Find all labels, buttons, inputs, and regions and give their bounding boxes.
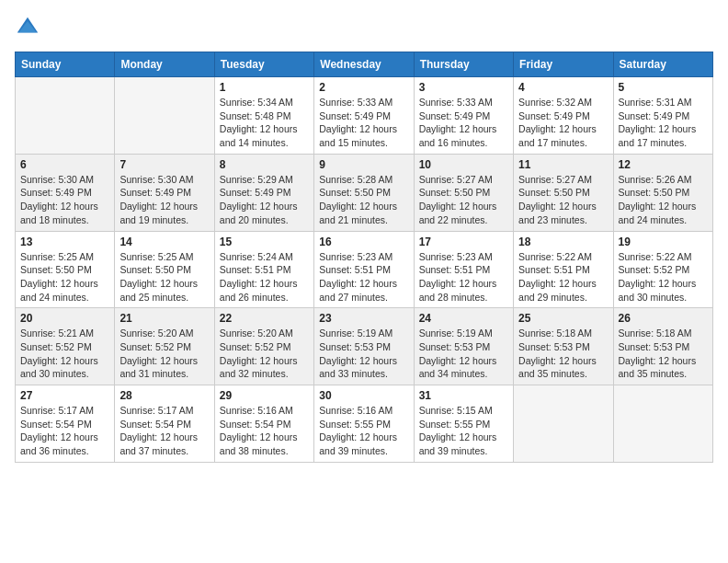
day-number: 11	[518, 158, 608, 171]
day-number: 28	[119, 389, 209, 402]
day-number: 27	[20, 389, 109, 402]
calendar-cell: 30Sunrise: 5:16 AM Sunset: 5:55 PM Dayli…	[314, 385, 414, 463]
calendar-cell: 10Sunrise: 5:27 AM Sunset: 5:50 PM Dayli…	[414, 154, 513, 231]
calendar-cell: 14Sunrise: 5:25 AM Sunset: 5:50 PM Dayli…	[115, 231, 214, 308]
calendar-cell: 20Sunrise: 5:21 AM Sunset: 5:52 PM Dayli…	[16, 308, 115, 385]
day-number: 20	[20, 312, 109, 325]
column-header-wednesday: Wednesday	[314, 52, 414, 77]
column-header-saturday: Saturday	[613, 52, 712, 77]
day-info: Sunrise: 5:21 AM Sunset: 5:52 PM Dayligh…	[20, 327, 109, 381]
day-info: Sunrise: 5:18 AM Sunset: 5:53 PM Dayligh…	[619, 327, 708, 381]
day-info: Sunrise: 5:19 AM Sunset: 5:53 PM Dayligh…	[319, 327, 408, 381]
day-number: 26	[619, 312, 708, 325]
day-number: 23	[319, 312, 408, 325]
day-info: Sunrise: 5:33 AM Sunset: 5:49 PM Dayligh…	[319, 96, 408, 150]
day-info: Sunrise: 5:17 AM Sunset: 5:54 PM Dayligh…	[20, 404, 109, 458]
day-number: 13	[20, 236, 109, 248]
day-info: Sunrise: 5:20 AM Sunset: 5:52 PM Dayligh…	[119, 327, 209, 381]
calendar-cell: 13Sunrise: 5:25 AM Sunset: 5:50 PM Dayli…	[16, 231, 115, 308]
calendar-cell: 1Sunrise: 5:34 AM Sunset: 5:48 PM Daylig…	[214, 77, 313, 155]
day-info: Sunrise: 5:22 AM Sunset: 5:52 PM Dayligh…	[619, 250, 708, 304]
day-info: Sunrise: 5:16 AM Sunset: 5:55 PM Dayligh…	[319, 404, 408, 458]
day-number: 1	[220, 81, 309, 94]
day-info: Sunrise: 5:31 AM Sunset: 5:49 PM Dayligh…	[619, 96, 708, 150]
day-number: 8	[220, 158, 309, 171]
calendar-cell: 31Sunrise: 5:15 AM Sunset: 5:55 PM Dayli…	[414, 385, 513, 463]
day-info: Sunrise: 5:25 AM Sunset: 5:50 PM Dayligh…	[20, 250, 109, 304]
day-number: 2	[319, 81, 408, 94]
calendar-cell: 25Sunrise: 5:18 AM Sunset: 5:53 PM Dayli…	[514, 308, 613, 385]
day-info: Sunrise: 5:30 AM Sunset: 5:49 PM Dayligh…	[119, 173, 209, 227]
page-header	[15, 15, 713, 40]
day-number: 10	[419, 158, 508, 171]
day-number: 18	[518, 236, 608, 248]
calendar-cell: 26Sunrise: 5:18 AM Sunset: 5:53 PM Dayli…	[613, 308, 712, 385]
day-number: 6	[20, 158, 109, 171]
calendar-cell: 9Sunrise: 5:28 AM Sunset: 5:50 PM Daylig…	[314, 154, 414, 231]
calendar-cell: 28Sunrise: 5:17 AM Sunset: 5:54 PM Dayli…	[115, 385, 214, 463]
calendar-cell: 16Sunrise: 5:23 AM Sunset: 5:51 PM Dayli…	[314, 231, 414, 308]
calendar-week-row: 6Sunrise: 5:30 AM Sunset: 5:49 PM Daylig…	[16, 154, 713, 231]
day-number: 16	[319, 236, 408, 248]
day-info: Sunrise: 5:23 AM Sunset: 5:51 PM Dayligh…	[319, 250, 408, 304]
column-header-tuesday: Tuesday	[214, 52, 313, 77]
calendar-cell	[115, 77, 214, 155]
day-number: 7	[119, 158, 209, 171]
column-header-sunday: Sunday	[16, 52, 115, 77]
day-number: 3	[419, 81, 508, 94]
calendar-cell: 27Sunrise: 5:17 AM Sunset: 5:54 PM Dayli…	[16, 385, 115, 463]
day-number: 30	[319, 389, 408, 402]
day-number: 9	[319, 158, 408, 171]
calendar-cell: 6Sunrise: 5:30 AM Sunset: 5:49 PM Daylig…	[16, 154, 115, 231]
day-info: Sunrise: 5:28 AM Sunset: 5:50 PM Dayligh…	[319, 173, 408, 227]
calendar-cell: 5Sunrise: 5:31 AM Sunset: 5:49 PM Daylig…	[613, 77, 712, 155]
calendar-cell: 19Sunrise: 5:22 AM Sunset: 5:52 PM Dayli…	[613, 231, 712, 308]
day-number: 19	[619, 236, 708, 248]
logo-icon	[15, 15, 40, 40]
calendar-cell: 22Sunrise: 5:20 AM Sunset: 5:52 PM Dayli…	[214, 308, 313, 385]
day-number: 12	[619, 158, 708, 171]
day-info: Sunrise: 5:20 AM Sunset: 5:52 PM Dayligh…	[220, 327, 309, 381]
calendar-cell	[613, 385, 712, 463]
calendar-cell	[16, 77, 115, 155]
day-number: 31	[419, 389, 508, 402]
day-info: Sunrise: 5:24 AM Sunset: 5:51 PM Dayligh…	[220, 250, 309, 304]
calendar-cell: 17Sunrise: 5:23 AM Sunset: 5:51 PM Dayli…	[414, 231, 513, 308]
day-number: 22	[220, 312, 309, 325]
column-header-friday: Friday	[514, 52, 613, 77]
day-info: Sunrise: 5:34 AM Sunset: 5:48 PM Dayligh…	[220, 96, 309, 150]
day-number: 5	[619, 81, 708, 94]
day-number: 14	[119, 236, 209, 248]
calendar-week-row: 1Sunrise: 5:34 AM Sunset: 5:48 PM Daylig…	[16, 77, 713, 155]
day-number: 17	[419, 236, 508, 248]
day-number: 24	[419, 312, 508, 325]
day-info: Sunrise: 5:25 AM Sunset: 5:50 PM Dayligh…	[119, 250, 209, 304]
day-info: Sunrise: 5:22 AM Sunset: 5:51 PM Dayligh…	[518, 250, 608, 304]
day-info: Sunrise: 5:23 AM Sunset: 5:51 PM Dayligh…	[419, 250, 508, 304]
calendar-cell: 11Sunrise: 5:27 AM Sunset: 5:50 PM Dayli…	[514, 154, 613, 231]
calendar-week-row: 13Sunrise: 5:25 AM Sunset: 5:50 PM Dayli…	[16, 231, 713, 308]
column-header-monday: Monday	[115, 52, 214, 77]
calendar-header-row: SundayMondayTuesdayWednesdayThursdayFrid…	[16, 52, 713, 77]
day-info: Sunrise: 5:17 AM Sunset: 5:54 PM Dayligh…	[119, 404, 209, 458]
calendar-cell: 29Sunrise: 5:16 AM Sunset: 5:54 PM Dayli…	[214, 385, 313, 463]
day-info: Sunrise: 5:29 AM Sunset: 5:49 PM Dayligh…	[220, 173, 309, 227]
day-info: Sunrise: 5:15 AM Sunset: 5:55 PM Dayligh…	[419, 404, 508, 458]
calendar-cell: 3Sunrise: 5:33 AM Sunset: 5:49 PM Daylig…	[414, 77, 513, 155]
day-info: Sunrise: 5:27 AM Sunset: 5:50 PM Dayligh…	[518, 173, 608, 227]
calendar-cell: 7Sunrise: 5:30 AM Sunset: 5:49 PM Daylig…	[115, 154, 214, 231]
day-info: Sunrise: 5:30 AM Sunset: 5:49 PM Dayligh…	[20, 173, 109, 227]
day-info: Sunrise: 5:16 AM Sunset: 5:54 PM Dayligh…	[220, 404, 309, 458]
calendar-cell: 23Sunrise: 5:19 AM Sunset: 5:53 PM Dayli…	[314, 308, 414, 385]
day-info: Sunrise: 5:19 AM Sunset: 5:53 PM Dayligh…	[419, 327, 508, 381]
day-info: Sunrise: 5:33 AM Sunset: 5:49 PM Dayligh…	[419, 96, 508, 150]
calendar-cell: 8Sunrise: 5:29 AM Sunset: 5:49 PM Daylig…	[214, 154, 313, 231]
column-header-thursday: Thursday	[414, 52, 513, 77]
calendar-cell	[514, 385, 613, 463]
calendar-cell: 24Sunrise: 5:19 AM Sunset: 5:53 PM Dayli…	[414, 308, 513, 385]
calendar-cell: 12Sunrise: 5:26 AM Sunset: 5:50 PM Dayli…	[613, 154, 712, 231]
calendar-cell: 18Sunrise: 5:22 AM Sunset: 5:51 PM Dayli…	[514, 231, 613, 308]
day-info: Sunrise: 5:32 AM Sunset: 5:49 PM Dayligh…	[518, 96, 608, 150]
calendar-cell: 15Sunrise: 5:24 AM Sunset: 5:51 PM Dayli…	[214, 231, 313, 308]
day-number: 25	[518, 312, 608, 325]
